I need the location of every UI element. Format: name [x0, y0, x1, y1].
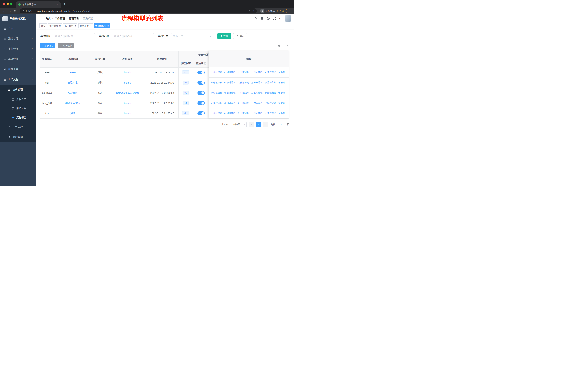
assign-rule-link[interactable]: 分配规则	[238, 71, 249, 74]
delete-link[interactable]: 删除	[278, 101, 285, 105]
sidebar-item-workflow[interactable]: 工作流程 ∧	[0, 74, 36, 84]
form-info-link[interactable]: biubiu	[124, 71, 131, 74]
design-process-link[interactable]: 设计流程	[224, 81, 235, 84]
font-size-icon[interactable]: TT	[279, 17, 282, 20]
page-size-select[interactable]: 10条/页 ∨	[231, 122, 247, 127]
breadcrumb-home[interactable]: 首页	[46, 17, 51, 20]
delete-link[interactable]: 删除	[278, 71, 285, 74]
assign-rule-link[interactable]: 分配规则	[238, 81, 249, 84]
active-toggle[interactable]	[197, 101, 205, 105]
form-info-link[interactable]: biubiu	[124, 102, 131, 105]
sidebar-fold-icon[interactable]	[39, 17, 43, 20]
process-definition-link[interactable]: 流程定义	[264, 71, 276, 74]
next-page-button[interactable]: ›	[263, 122, 268, 127]
form-info-link[interactable]: /bpm/oa/leave/create	[116, 91, 139, 94]
fullscreen-icon[interactable]	[273, 17, 276, 20]
sidebar-item-system[interactable]: 系统管理 ∨	[0, 33, 36, 44]
form-info-link[interactable]: biubiu	[124, 81, 131, 84]
browser-update-button[interactable]: 更新	[277, 9, 287, 13]
page-1-button[interactable]: 1	[256, 122, 261, 127]
tag-tenant[interactable]: 租户管理×	[48, 23, 62, 28]
tag-process-form[interactable]: 流程表单×	[78, 23, 93, 28]
edit-process-link[interactable]: 修改流程	[210, 101, 222, 105]
design-process-link[interactable]: 设计流程	[224, 112, 235, 115]
close-icon[interactable]: ×	[90, 25, 91, 27]
publish-process-link[interactable]: 发布流程	[251, 101, 262, 105]
tag-process-model[interactable]: 流程模型×	[94, 23, 110, 28]
design-process-link[interactable]: 设计流程	[224, 91, 235, 94]
sidebar-item-process-model[interactable]: 流程模型	[0, 113, 36, 122]
tab-close-icon[interactable]: ×	[57, 3, 58, 6]
sidebar-item-leave-query[interactable]: 请假查询	[0, 132, 36, 142]
edit-process-link[interactable]: 修改流程	[210, 112, 222, 115]
process-id-input[interactable]	[53, 33, 95, 39]
form-info-link[interactable]: biubiu	[124, 112, 131, 115]
process-name-input[interactable]	[112, 33, 154, 39]
github-icon[interactable]	[261, 17, 263, 20]
publish-process-link[interactable]: 发布流程	[251, 81, 262, 84]
zoom-window-button[interactable]	[10, 3, 12, 5]
version-badge[interactable]: v21	[182, 111, 189, 115]
version-badge[interactable]: v5	[183, 91, 189, 95]
process-definition-link[interactable]: 流程定义	[264, 101, 276, 105]
publish-process-link[interactable]: 发布流程	[251, 112, 262, 115]
breadcrumb-process-mgmt[interactable]: 流程管理	[69, 17, 79, 20]
edit-process-link[interactable]: 修改流程	[210, 91, 222, 94]
import-process-button[interactable]: 导入流程	[58, 43, 74, 49]
avatar[interactable]	[285, 15, 291, 22]
close-icon[interactable]: ×	[74, 25, 76, 27]
edit-process-link[interactable]: 修改流程	[210, 71, 222, 74]
goto-page-input[interactable]	[278, 122, 285, 127]
sidebar-item-process-mgmt[interactable]: 流程管理 ∧	[0, 84, 36, 95]
create-process-button[interactable]: + 新建流程	[40, 43, 55, 49]
design-process-link[interactable]: 设计流程	[224, 101, 235, 105]
close-icon[interactable]: ×	[59, 25, 61, 27]
browser-menu-icon[interactable]: ⋮	[289, 9, 292, 13]
prev-page-button[interactable]: ‹	[249, 122, 254, 127]
close-window-button[interactable]	[3, 3, 5, 5]
help-icon[interactable]	[267, 17, 270, 20]
sidebar-item-user-group[interactable]: 用户分组	[0, 104, 36, 113]
bookmark-star-icon[interactable]: ☆	[252, 9, 255, 13]
assign-rule-link[interactable]: 分配规则	[238, 112, 249, 115]
active-toggle[interactable]	[197, 111, 205, 115]
process-name-link[interactable]: 测试多审批人	[65, 101, 81, 104]
forward-button[interactable]: →	[7, 8, 12, 13]
process-definition-link[interactable]: 流程定义	[264, 112, 276, 115]
search-icon[interactable]	[254, 17, 257, 20]
process-definition-link[interactable]: 流程定义	[264, 81, 276, 84]
close-icon[interactable]: ×	[107, 25, 109, 27]
delete-link[interactable]: 删除	[278, 112, 285, 115]
assign-rule-link[interactable]: 分配规则	[238, 101, 249, 105]
assign-rule-link[interactable]: 分配规则	[238, 91, 249, 94]
new-tab-button[interactable]: +	[63, 2, 66, 6]
publish-process-link[interactable]: 发布流程	[251, 71, 262, 74]
version-badge[interactable]: v4	[183, 101, 189, 105]
delete-link[interactable]: 删除	[278, 81, 285, 84]
process-definition-link[interactable]: 流程定义	[264, 91, 276, 94]
tag-my-process[interactable]: 我的流程×	[63, 23, 78, 28]
active-toggle[interactable]	[197, 81, 205, 84]
sidebar-item-home[interactable]: 首页	[0, 23, 36, 33]
publish-process-link[interactable]: 发布流程	[251, 91, 262, 94]
minimize-window-button[interactable]	[7, 3, 9, 5]
delete-link[interactable]: 删除	[278, 91, 285, 94]
process-name-link[interactable]: OA 请假	[68, 91, 77, 94]
sidebar-item-process-form[interactable]: 流程表单	[0, 95, 36, 104]
back-button[interactable]: ←	[2, 8, 7, 13]
refresh-icon[interactable]	[285, 45, 288, 47]
sidebar-item-infra[interactable]: 基础设施 ∨	[0, 54, 36, 64]
active-toggle[interactable]	[197, 71, 205, 74]
search-button[interactable]: 搜索	[217, 33, 231, 39]
version-badge[interactable]: v17	[182, 71, 189, 74]
breadcrumb-workflow[interactable]: 工作流程	[55, 17, 65, 20]
sidebar-item-task-mgmt[interactable]: 任务管理 ∨	[0, 122, 36, 132]
process-name-link[interactable]: 自己审批	[68, 81, 78, 84]
search-icon[interactable]	[278, 45, 281, 47]
process-name-link[interactable]: eeee	[70, 71, 76, 74]
active-toggle[interactable]	[197, 91, 205, 95]
browser-tab[interactable]: 芋道管理系统 ×	[16, 1, 61, 8]
sidebar-item-pay[interactable]: ¥ 支付管理 ∨	[0, 44, 36, 54]
tag-home[interactable]: 首页	[39, 23, 47, 28]
reset-button[interactable]: 重置	[233, 33, 247, 39]
